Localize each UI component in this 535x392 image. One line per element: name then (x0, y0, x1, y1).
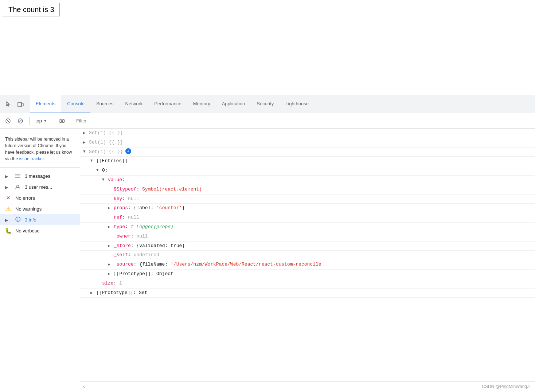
issue-tracker-link[interactable]: issue tracker (19, 156, 44, 161)
console-entry-type: ▶ type: f Logger(props) (80, 223, 535, 232)
entry-text: [[Prototype]]: Object (114, 270, 173, 278)
console-output: ▶ Set(1) {{…}} ▶ Set(1) {{…}} ▼ Set(1) {… (80, 129, 535, 381)
eye-icon[interactable] (57, 116, 67, 126)
console-entry-key: ▶ key: null (80, 195, 535, 204)
entry-expand-arrow[interactable]: ▶ (108, 224, 112, 229)
svg-rect-0 (18, 102, 22, 107)
tab-console[interactable]: Console (61, 95, 90, 113)
prompt-chevron-icon: › (83, 384, 85, 390)
devtools-tabs-bar: Elements Console Sources Network Perform… (0, 95, 535, 113)
tab-elements[interactable]: Elements (30, 95, 61, 113)
console-prompt: › (80, 381, 535, 392)
sidebar-item-messages[interactable]: ▶ 3 messages (0, 170, 80, 181)
console-entry-size: ▶ size: 1 (80, 279, 535, 289)
svg-point-7 (61, 120, 63, 122)
entry-text: [[Entries]] (96, 157, 128, 165)
tab-application[interactable]: Application (216, 95, 251, 113)
expand-info-arrow[interactable]: ▶ (5, 218, 9, 223)
sidebar-item-warnings[interactable]: ⚠ No warnings (0, 203, 80, 214)
entry-expand-arrow[interactable]: ▼ (83, 149, 87, 154)
console-entry-source: ▶ _source: {fileName: '/Users/hzm/WorkPa… (80, 260, 535, 270)
entry-expand-arrow[interactable]: ▶ (83, 130, 87, 135)
devtools-icon-group (3, 99, 26, 109)
console-entry-set1: ▶ Set(1) {{…}} (80, 129, 535, 138)
expand-messages-arrow[interactable]: ▶ (5, 174, 9, 179)
svg-rect-1 (22, 103, 23, 106)
context-dropdown-arrow: ▼ (43, 119, 47, 123)
console-entry-proto-set: ▶ [[Prototype]]: Set (80, 289, 535, 298)
entry-expand-arrow[interactable]: ▶ (83, 140, 87, 145)
entry-expand-arrow[interactable]: ▶ (108, 243, 112, 248)
entry-text: props: {label: 'counter'} (114, 204, 185, 212)
entry-text: _owner: null (114, 233, 148, 240)
sidebar-messages-label: 3 messages (25, 173, 50, 179)
entry-text: [[Prototype]]: Set (96, 289, 147, 297)
console-output-area: ▶ Set(1) {{…}} ▶ Set(1) {{…}} ▼ Set(1) {… (80, 129, 535, 392)
clear-console-button[interactable] (3, 116, 13, 126)
list-icon (15, 173, 21, 179)
console-entry-store: ▶ _store: {validated: true} (80, 242, 535, 251)
entry-expand-arrow[interactable]: ▶ (108, 262, 112, 267)
entry-expand-arrow[interactable]: ▶ (108, 271, 112, 276)
sidebar-item-verbose[interactable]: 🐛 No verbose (0, 225, 80, 236)
entry-text: type: f Logger(props) (114, 223, 173, 231)
tab-network[interactable]: Network (120, 95, 149, 113)
tab-security[interactable]: Security (251, 95, 280, 113)
entry-text: size: 1 (102, 280, 122, 287)
sidebar-item-info[interactable]: ▶ ⓘ 3 info (0, 214, 80, 225)
console-entry-entries: ▼ [[Entries]] (80, 157, 535, 166)
tab-performance[interactable]: Performance (148, 95, 187, 113)
verbose-icon: 🐛 (5, 227, 12, 234)
watermark: CSDN @PingMinWangZi (482, 384, 531, 389)
console-main: This sidebar will be removed in a future… (0, 129, 535, 392)
inspect-icon[interactable] (3, 99, 13, 109)
console-entry-set3-header: ▼ Set(1) {{…}} i (80, 148, 535, 157)
entry-text: $$typeof: Symbol(react.element) (114, 186, 202, 193)
svg-line-3 (7, 120, 9, 122)
sidebar-errors-label: No errors (15, 195, 35, 201)
entry-text: Set(1) {{…}} (89, 148, 123, 156)
entry-expand-arrow[interactable]: ▶ (108, 205, 112, 210)
tab-lighthouse[interactable]: Lighthouse (280, 95, 315, 113)
console-entry-typeof: ▶ $$typeof: Symbol(react.element) (80, 185, 535, 195)
entry-expand-arrow[interactable]: ▶ (90, 290, 95, 295)
sidebar-user-label: 3 user mes... (25, 184, 52, 190)
console-entry-0: ▼ 0: (80, 166, 535, 176)
entry-expand-arrow[interactable]: ▼ (96, 168, 101, 172)
console-sidebar: This sidebar will be removed in a future… (0, 129, 80, 392)
console-entry-set2: ▶ Set(1) {{…}} (80, 138, 535, 148)
device-toggle-icon[interactable] (15, 99, 26, 109)
console-entry-self: ▶ _self: undefined (80, 251, 535, 260)
console-entry-props: ▶ props: {label: 'counter'} (80, 204, 535, 213)
sidebar-item-user-messages[interactable]: ▶ 3 user mes... (0, 181, 80, 192)
entry-text: value: (108, 176, 125, 184)
expand-user-arrow[interactable]: ▶ (5, 185, 9, 190)
stop-recording-button[interactable] (15, 116, 26, 126)
tab-sources[interactable]: Sources (90, 95, 120, 113)
entry-text: Set(1) {{…}} (89, 139, 123, 146)
tab-memory[interactable]: Memory (187, 95, 216, 113)
entry-text: _self: undefined (114, 251, 159, 259)
console-entry-proto-object: ▶ [[Prototype]]: Object (80, 270, 535, 279)
toolbar-divider-3 (71, 117, 71, 125)
sidebar-info-label: 3 info (25, 217, 36, 223)
counter-box: The count is 3 (3, 3, 60, 16)
svg-line-5 (19, 120, 22, 122)
sidebar-item-errors[interactable]: ✕ No errors (0, 192, 80, 203)
error-icon: ✕ (5, 195, 12, 201)
svg-point-6 (59, 119, 65, 123)
entry-expand-arrow[interactable]: ▼ (90, 158, 95, 163)
info-badge: i (125, 148, 131, 154)
console-input[interactable] (88, 384, 532, 390)
context-selector[interactable]: top ▼ (33, 117, 49, 124)
warning-icon: ⚠ (5, 205, 12, 212)
console-entry-owner: ▶ _owner: null (80, 232, 535, 242)
toolbar-divider-2 (53, 117, 53, 125)
entry-text: Set(1) {{…}} (89, 129, 123, 137)
console-filter-input[interactable] (76, 117, 532, 125)
console-toolbar: top ▼ (0, 113, 535, 129)
console-entry-ref: ▶ ref: null (80, 213, 535, 223)
devtools-panel: Elements Console Sources Network Perform… (0, 95, 535, 392)
entry-expand-arrow[interactable]: ▼ (102, 177, 106, 182)
page-content: The count is 3 (0, 0, 535, 95)
